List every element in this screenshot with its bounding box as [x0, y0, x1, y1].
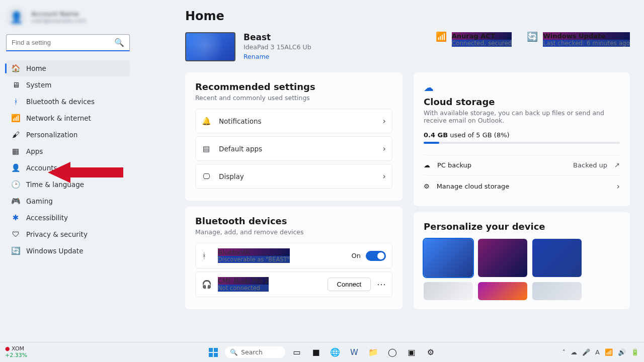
- user-account[interactable]: 👤 Account Name user@example.com: [6, 7, 130, 27]
- nav-label: Bluetooth & devices: [26, 98, 95, 106]
- bt-device-row: 🎧 CMF Buds Pro 2 Not connected Connect ⋯: [195, 272, 392, 297]
- theme-option[interactable]: [532, 239, 582, 277]
- nav-label: Gaming: [26, 197, 53, 205]
- tray-cloud-icon[interactable]: ☁: [571, 348, 577, 356]
- nav-label: Apps: [26, 147, 43, 155]
- open-icon: ↗: [614, 161, 620, 169]
- nav-windows-update[interactable]: 🔄 Windows Update: [6, 243, 130, 259]
- person-icon: 👤: [11, 163, 20, 172]
- rename-link[interactable]: Rename: [244, 53, 311, 60]
- taskbar-app-icon[interactable]: ■: [308, 345, 324, 360]
- headphones-icon: 🎧: [202, 280, 211, 289]
- update-status[interactable]: 🔄 Windows Update Last checked: 6 minutes…: [527, 32, 630, 47]
- theme-option[interactable]: [424, 282, 473, 300]
- toggle-state-text: On: [352, 252, 361, 259]
- stock-widget[interactable]: ● XOM +2.33%: [5, 346, 27, 358]
- bluetooth-icon: ᚼ: [202, 251, 211, 260]
- svg-rect-1: [209, 348, 213, 352]
- nav-time-language[interactable]: 🕑 Time & language: [6, 176, 130, 193]
- nav-apps[interactable]: ▦ Apps: [6, 143, 130, 159]
- chevron-right-icon: ›: [383, 144, 386, 153]
- start-button[interactable]: [206, 345, 221, 360]
- bt-toggle-label: Bluetooth: [218, 248, 290, 256]
- taskbar-settings-icon[interactable]: ⚙: [423, 345, 438, 360]
- tray-lang-icon[interactable]: A: [595, 348, 600, 356]
- row-display[interactable]: 🖵Display ›: [195, 164, 392, 189]
- update-icon: 🔄: [11, 246, 20, 255]
- nav-network[interactable]: 📶 Network & internet: [6, 110, 130, 126]
- gaming-icon: 🎮: [11, 197, 20, 206]
- task-view-button[interactable]: ▭: [289, 345, 304, 360]
- bt-device-name: CMF Buds Pro 2: [218, 277, 269, 285]
- brush-icon: 🖌: [11, 130, 20, 139]
- device-name: Beast: [244, 32, 311, 42]
- wifi-icon: 📶: [436, 32, 447, 41]
- nav-label: Accounts: [26, 164, 57, 172]
- cloud-icon: ☁: [424, 81, 620, 94]
- row-notifications[interactable]: 🔔Notifications ›: [195, 109, 392, 133]
- chevron-right-icon: ›: [617, 182, 620, 191]
- taskbar-edge-icon[interactable]: 🌐: [328, 345, 343, 360]
- nav-accounts[interactable]: 👤 Accounts: [6, 160, 130, 176]
- bt-device-status: Not connected: [218, 285, 269, 292]
- theme-option[interactable]: [478, 239, 527, 277]
- svg-rect-4: [214, 353, 218, 357]
- bluetooth-sub: Manage, add, and remove devices: [195, 228, 392, 236]
- theme-option[interactable]: [424, 239, 473, 277]
- tray-volume-icon[interactable]: 🔊: [618, 348, 626, 356]
- tray-battery-icon[interactable]: 🔋: [631, 348, 639, 356]
- clock-icon: 🕑: [11, 180, 20, 189]
- taskbar-chrome-icon[interactable]: ◯: [385, 345, 400, 360]
- nav-bluetooth-devices[interactable]: ᚼ Bluetooth & devices: [6, 94, 130, 110]
- avatar-icon: 👤: [6, 7, 26, 27]
- pc-backup-row[interactable]: ☁PC backup Backed up↗: [424, 155, 620, 175]
- backup-status: Backed up: [573, 161, 607, 169]
- row-label: Display: [219, 172, 244, 180]
- wifi-sub: Connected, secured: [452, 40, 512, 47]
- device-thumbnail: [185, 32, 235, 61]
- row-label: Default apps: [219, 145, 262, 153]
- nav-accessibility[interactable]: ✱ Accessibility: [6, 210, 130, 226]
- row-default-apps[interactable]: ▤Default apps ›: [195, 136, 392, 161]
- taskbar-word-icon[interactable]: W: [347, 345, 362, 360]
- connect-button[interactable]: Connect: [328, 278, 371, 291]
- manage-storage-row[interactable]: ⚙Manage cloud storage ›: [424, 175, 620, 197]
- tray-wifi-icon[interactable]: 📶: [605, 348, 613, 356]
- nav-home[interactable]: 🏠 Home: [6, 60, 130, 76]
- cloud-backup-icon: ☁: [424, 161, 430, 169]
- system-icon: 🖥: [11, 80, 20, 89]
- nav-label: Time & language: [26, 180, 84, 189]
- bluetooth-toggle[interactable]: [366, 251, 386, 261]
- nav-personalization[interactable]: 🖌 Personalization: [6, 127, 130, 143]
- bell-icon: 🔔: [202, 117, 211, 126]
- cloud-desc: With available storage, you can back up …: [424, 109, 620, 124]
- recommended-card: Recommended settings Recent and commonly…: [185, 72, 403, 201]
- nav-list: 🏠 Home 🖥 System ᚼ Bluetooth & devices 📶 …: [6, 60, 130, 259]
- row-label: Notifications: [219, 117, 262, 125]
- tray-mic-icon[interactable]: 🎤: [582, 348, 590, 356]
- taskbar: ● XOM +2.33% 🔍 Search ▭ ■ 🌐 W 📁 ◯ ▣ ⚙ ˄ …: [0, 342, 644, 362]
- nav-gaming[interactable]: 🎮 Gaming: [6, 193, 130, 209]
- nav-label: Privacy & security: [26, 230, 88, 238]
- bt-toggle-sub: Discoverable as "BEAST": [218, 256, 290, 263]
- taskbar-app-icon[interactable]: ▣: [404, 345, 419, 360]
- wifi-icon: 📶: [11, 114, 20, 123]
- nav-label: Accessibility: [26, 214, 68, 222]
- bluetooth-title: Bluetooth devices: [195, 216, 392, 226]
- theme-option[interactable]: [478, 282, 527, 300]
- theme-option[interactable]: [532, 282, 582, 300]
- personalize-card: Personalize your device: [414, 212, 630, 309]
- nav-privacy[interactable]: 🛡 Privacy & security: [6, 226, 130, 242]
- taskbar-search[interactable]: 🔍 Search: [225, 346, 285, 358]
- tray-chevron-icon[interactable]: ˄: [562, 348, 566, 356]
- wifi-status[interactable]: 📶 Anurag ACT Connected, secured: [436, 32, 512, 47]
- search-input[interactable]: [12, 39, 114, 46]
- shield-icon: 🛡: [11, 230, 20, 239]
- home-icon: 🏠: [11, 64, 20, 73]
- apps-icon: ▦: [11, 147, 20, 156]
- taskbar-explorer-icon[interactable]: 📁: [366, 345, 381, 360]
- more-options-button[interactable]: ⋯: [377, 279, 386, 290]
- nav-system[interactable]: 🖥 System: [6, 77, 130, 93]
- search-input-wrapper[interactable]: 🔍: [6, 34, 130, 51]
- storage-bar: [424, 142, 620, 144]
